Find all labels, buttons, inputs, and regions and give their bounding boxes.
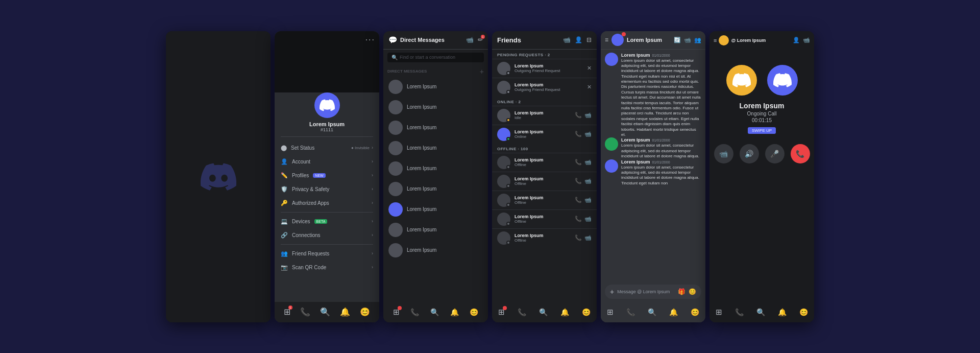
home-nav-button[interactable]: ⊞: [498, 308, 505, 317]
phone-nav-button[interactable]: 📞: [735, 308, 744, 317]
list-item[interactable]: Lorem Ipsum Outgoing Friend Request ✕: [492, 78, 597, 97]
list-item[interactable]: Lorem Ipsum Offline 📞 📹: [492, 191, 597, 209]
home-nav-button[interactable]: ⊞: [716, 308, 722, 317]
menu-item-scan-qr[interactable]: 📷 Scan QR Code ›: [275, 261, 379, 274]
menu-icon[interactable]: ≡: [605, 36, 608, 43]
menu-icon[interactable]: ≡: [714, 37, 717, 43]
close-request-button[interactable]: ✕: [587, 84, 592, 90]
menu-item-privacy[interactable]: 🛡️ Privacy & Safety ›: [275, 182, 379, 196]
dm-search-box[interactable]: 🔍 Find or start a conversation: [387, 53, 484, 62]
members-icon[interactable]: 👥: [694, 37, 701, 43]
list-item[interactable]: Lorem Ipsum Offline 📞 📹: [492, 209, 597, 228]
video-call-button[interactable]: 📹: [584, 197, 592, 203]
video-call-button[interactable]: 📹: [584, 112, 592, 119]
video-call-button[interactable]: 📹: [584, 159, 592, 166]
add-member-icon[interactable]: 👤: [793, 37, 800, 43]
list-item[interactable]: Lorem Ipsum: [383, 158, 488, 179]
filter-icon[interactable]: ⊟: [586, 36, 592, 43]
menu-item-friend-requests[interactable]: 👥 Friend Requests ›: [275, 247, 379, 261]
status-indicator: [506, 118, 510, 122]
home-nav-button[interactable]: ⊞ 1: [284, 307, 290, 317]
notifications-nav-button[interactable]: 🔔: [669, 308, 678, 317]
list-item[interactable]: Lorem Ipsum: [383, 97, 488, 117]
mute-button[interactable]: 🎤: [765, 144, 785, 163]
home-nav-button[interactable]: ⊞: [393, 308, 400, 317]
search-nav-button[interactable]: 🔍: [430, 308, 439, 317]
new-dm-icon[interactable]: ✏ 1: [478, 36, 483, 43]
voice-call-button[interactable]: 📞: [575, 197, 582, 203]
list-item[interactable]: Lorem Ipsum Offline 📞 📹: [492, 172, 597, 191]
menu-item-connections[interactable]: 🔗 Connections ›: [275, 228, 379, 242]
phone-nav-button[interactable]: 📞: [300, 307, 310, 317]
notifications-nav-button[interactable]: 🔔: [450, 308, 459, 317]
refresh-icon[interactable]: 🔄: [674, 37, 681, 43]
voice-call-button[interactable]: 📞: [575, 234, 582, 241]
profile-nav-button[interactable]: 😊: [799, 308, 808, 317]
call-header-actions: 👤 📹: [793, 37, 810, 43]
video-call-icon[interactable]: 📹: [563, 36, 571, 43]
voice-call-button[interactable]: 📞: [575, 178, 582, 184]
gift-icon[interactable]: 🎁: [678, 288, 685, 295]
call-user-name: Lorem Ipsum: [740, 102, 785, 110]
profile-nav-button[interactable]: 😊: [691, 308, 699, 317]
speaker-button[interactable]: 🔊: [740, 144, 759, 163]
list-item[interactable]: Lorem Ipsum: [383, 199, 488, 220]
video-icon[interactable]: 📹: [684, 37, 691, 43]
voice-call-button[interactable]: 📞: [575, 216, 582, 222]
video-call-button[interactable]: 📹: [584, 131, 592, 137]
message-input[interactable]: Message @ Lorem Ipsum: [617, 289, 675, 294]
mentions-nav-button[interactable]: 🔔: [340, 307, 350, 317]
phone-nav-button[interactable]: 📞: [518, 308, 526, 317]
video-icon[interactable]: 📹: [803, 37, 810, 43]
home-nav-button[interactable]: ⊞: [607, 308, 614, 317]
list-item[interactable]: Lorem Ipsum: [383, 117, 488, 138]
voice-call-button[interactable]: 📞: [575, 131, 582, 137]
search-nav-button[interactable]: 🔍: [756, 308, 765, 317]
voice-call-button[interactable]: 📞: [575, 159, 582, 166]
phone-nav-button[interactable]: 📞: [410, 308, 419, 317]
list-item[interactable]: Lorem Ipsum: [383, 220, 488, 240]
phone-nav-button[interactable]: 📞: [626, 308, 635, 317]
add-friend-icon[interactable]: 👤: [575, 36, 582, 43]
menu-item-devices[interactable]: 💻 Devices BETA ›: [275, 215, 379, 228]
new-dm-plus-button[interactable]: +: [480, 67, 484, 76]
list-item[interactable]: Lorem Ipsum Outgoing Friend Request ✕: [492, 59, 597, 78]
video-call-button[interactable]: 📹: [584, 234, 592, 241]
notifications-nav-button[interactable]: 🔔: [778, 308, 787, 317]
avatar: [388, 121, 403, 135]
add-attachment-button[interactable]: +: [610, 288, 614, 296]
video-icon[interactable]: 📹: [466, 36, 474, 43]
list-item[interactable]: Lorem Ipsum Online 📞 📹: [492, 125, 597, 144]
list-item[interactable]: Lorem Ipsum Offline 📞 📹: [492, 228, 597, 247]
list-item[interactable]: Lorem Ipsum: [383, 240, 488, 261]
search-nav-button[interactable]: 🔍: [648, 308, 656, 317]
profile-nav-button[interactable]: 😊: [470, 308, 478, 317]
camera-toggle-button[interactable]: 📹: [714, 144, 733, 163]
dm-user-name: Lorem Ipsum: [407, 186, 436, 192]
list-item[interactable]: Lorem Ipsum: [383, 138, 488, 158]
video-call-button[interactable]: 📹: [584, 216, 592, 222]
list-item[interactable]: Lorem Ipsum: [383, 77, 488, 97]
camera-icon: 📹: [719, 150, 728, 158]
end-call-button[interactable]: 📞: [791, 144, 810, 163]
video-call-button[interactable]: 📹: [584, 178, 592, 184]
close-request-button[interactable]: ✕: [587, 65, 592, 72]
profile-nav-button[interactable]: 😊: [360, 307, 370, 317]
mic-icon: 🎤: [770, 150, 779, 158]
list-item[interactable]: Lorem Ipsum: [383, 179, 488, 199]
search-nav-button[interactable]: 🔍: [320, 307, 330, 317]
bell-icon: 🔔: [778, 308, 787, 316]
menu-item-account[interactable]: 👤 Account ›: [275, 155, 379, 169]
voice-call-button[interactable]: 📞: [575, 112, 582, 119]
search-nav-button[interactable]: 🔍: [539, 308, 548, 317]
menu-item-profiles[interactable]: ✏️ Profiles NEW ›: [275, 169, 379, 182]
emoji-button[interactable]: 😊: [689, 288, 696, 295]
menu-item-set-status[interactable]: ⬤ Set Status ● Invisible ›: [275, 141, 379, 155]
menu-item-authorized[interactable]: 🔑 Authorized Apps ›: [275, 196, 379, 210]
more-options-button[interactable]: ···: [365, 35, 375, 44]
list-item[interactable]: Lorem Ipsum Idle 📞 📹: [492, 106, 597, 125]
profile-nav-button[interactable]: 😊: [582, 308, 591, 317]
list-item[interactable]: Lorem Ipsum Offline 📞 📹: [492, 153, 597, 172]
notifications-nav-button[interactable]: 🔔: [560, 308, 569, 317]
chevron-right-icon: ›: [372, 200, 373, 205]
